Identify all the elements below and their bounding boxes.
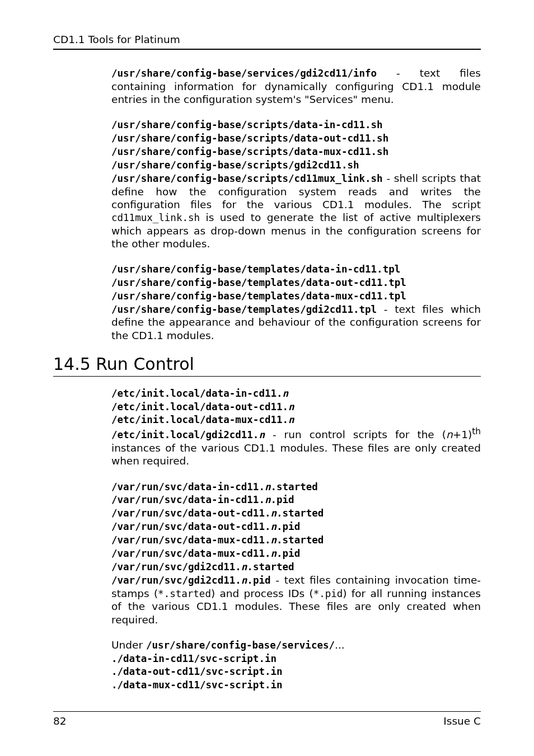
para-scripts: /usr/share/config-base/scripts/data-in-c… [111, 118, 481, 250]
inline-code: cd11mux_link.sh [111, 212, 200, 223]
text: ) and process IDs ( [211, 588, 313, 599]
inline-code: *.pid [313, 588, 343, 599]
path-var: n [270, 521, 277, 532]
path: /usr/share/config-base/templates/data-ou… [111, 277, 406, 288]
path: ./data-in-cd11/svc-script.in [111, 653, 277, 664]
header-title: CD1.1 Tools for Platinum [53, 34, 180, 45]
path: /var/run/svc/data-out-cd11. [111, 508, 270, 519]
path: ./data-mux-cd11/svc-script.in [111, 679, 283, 691]
path-var: n [288, 401, 294, 412]
path: .started [277, 508, 324, 519]
path: ./data-out-cd11/svc-script.in [111, 666, 283, 677]
path: /usr/share/config-base/services/gdi2cd11… [111, 68, 377, 79]
var-n: n [446, 429, 453, 440]
text: ... [335, 639, 345, 651]
para-info-files: /usr/share/config-base/services/gdi2cd11… [111, 67, 481, 106]
text: Under [111, 639, 146, 651]
path: /usr/share/config-base/scripts/cd11mux_l… [111, 173, 383, 184]
path: .pid [247, 575, 270, 586]
page-number: 82 [53, 715, 67, 727]
path: /var/run/svc/gdi2cd11. [111, 561, 241, 572]
path-var: n [270, 508, 277, 519]
path: /usr/share/config-base/services/ [146, 640, 335, 651]
path: /var/run/svc/gdi2cd11. [111, 575, 241, 586]
path: /usr/share/config-base/scripts/gdi2cd11.… [111, 159, 359, 171]
path: /var/run/svc/data-in-cd11. [111, 481, 265, 492]
sep: - [377, 303, 395, 315]
path: .pid [277, 521, 300, 532]
path: .pid [270, 494, 294, 505]
path: .started [277, 534, 324, 546]
path: /etc/init.local/data-in-cd11. [111, 388, 283, 399]
issue-label: Issue C [443, 715, 481, 727]
path: /usr/share/config-base/templates/data-mu… [111, 290, 406, 302]
path: /usr/share/config-base/scripts/data-in-c… [111, 119, 383, 130]
path-var: n [283, 388, 289, 399]
path: .started [270, 481, 317, 492]
path: /usr/share/config-base/scripts/data-out-… [111, 133, 388, 144]
path-var: n [265, 481, 271, 492]
sup-th: th [472, 426, 481, 436]
section-title: 14.5 Run Control [53, 354, 194, 374]
path: /etc/init.local/gdi2cd11. [111, 429, 259, 440]
path: .pid [277, 548, 300, 559]
text: run control scripts for the ( [284, 429, 446, 440]
path: /usr/share/config-base/scripts/data-mux-… [111, 146, 388, 157]
path: /var/run/svc/data-in-cd11. [111, 494, 265, 505]
path-var: n [241, 561, 247, 572]
path-var: n [270, 548, 277, 559]
path-var: n [241, 575, 247, 586]
text: +1) [453, 429, 472, 440]
path-var: n [270, 534, 277, 546]
para-var-run: /var/run/svc/data-in-cd11.n.started /var… [111, 480, 481, 626]
page-footer: 82 Issue C [53, 711, 481, 727]
path: /etc/init.local/data-mux-cd11. [111, 414, 288, 425]
path: /var/run/svc/data-out-cd11. [111, 521, 270, 532]
para-init-local: /etc/init.local/data-in-cd11.n /etc/init… [111, 387, 481, 468]
path: /etc/init.local/data-out-cd11. [111, 401, 288, 412]
path: /usr/share/config-base/templates/gdi2cd1… [111, 304, 377, 315]
path-var: n [265, 494, 271, 505]
sep: - [265, 429, 284, 440]
path: /var/run/svc/data-mux-cd11. [111, 534, 270, 546]
sep: - [271, 574, 284, 586]
path: /var/run/svc/data-mux-cd11. [111, 548, 270, 559]
inline-code: *.started [158, 588, 211, 599]
para-under-services: Under /usr/share/config-base/services/..… [111, 638, 481, 692]
sep: - [377, 67, 420, 79]
path-var: n [259, 429, 265, 440]
sep: - [383, 172, 394, 184]
text: instances of the various CD1.1 modules. … [111, 442, 481, 467]
path-var: n [288, 414, 294, 425]
para-templates: /usr/share/config-base/templates/data-in… [111, 262, 481, 342]
running-header: CD1.1 Tools for Platinum [53, 34, 481, 50]
path: /usr/share/config-base/templates/data-in… [111, 264, 400, 275]
path: .started [247, 561, 294, 572]
section-heading-run-control: 14.5 Run Control [53, 354, 481, 377]
